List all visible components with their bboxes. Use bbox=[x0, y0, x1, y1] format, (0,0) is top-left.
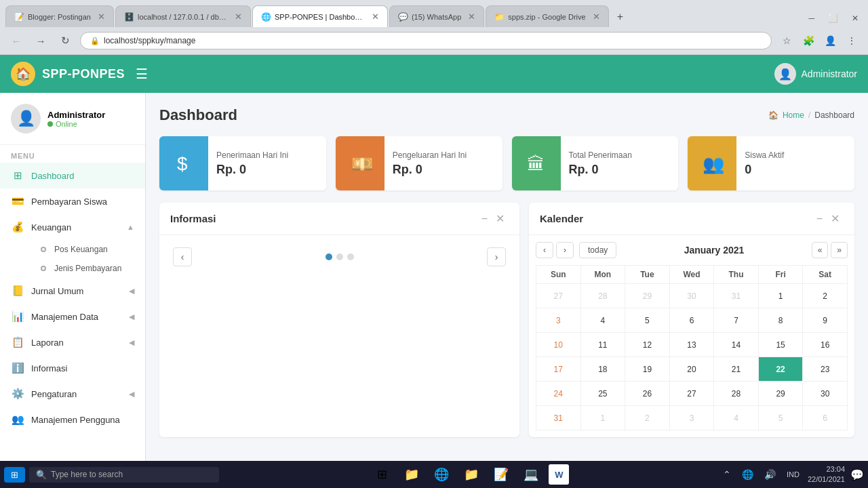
cal-cell-1-5[interactable]: 8 bbox=[758, 308, 803, 333]
cal-cell-1-4[interactable]: 7 bbox=[714, 308, 759, 333]
address-box[interactable]: 🔒 localhost/sppkuy/manage bbox=[80, 32, 772, 49]
cal-cell-0-2[interactable]: 29 bbox=[625, 284, 670, 308]
back-button[interactable]: ← bbox=[7, 31, 26, 50]
cal-cell-1-2[interactable]: 5 bbox=[625, 308, 670, 333]
tab-spp[interactable]: 🌐 SPP-PONPES | Dashboard ✕ bbox=[252, 5, 388, 27]
carousel-prev-button[interactable]: ‹ bbox=[173, 247, 192, 266]
informasi-minimize-button[interactable]: − bbox=[477, 211, 492, 226]
cal-cell-2-0[interactable]: 10 bbox=[536, 333, 581, 357]
cal-cell-3-0[interactable]: 17 bbox=[536, 357, 581, 382]
kalender-minimize-button[interactable]: − bbox=[812, 211, 827, 226]
carousel-dot-3[interactable] bbox=[347, 253, 354, 260]
taskbar-app-vscode[interactable]: 💻 bbox=[519, 462, 543, 487]
cal-cell-5-3[interactable]: 3 bbox=[669, 406, 714, 430]
tray-volume-icon[interactable]: 🔊 bbox=[762, 468, 778, 481]
cal-cell-3-4[interactable]: 21 bbox=[714, 357, 759, 382]
close-button[interactable]: ✕ bbox=[848, 12, 863, 24]
notification-button[interactable]: 💬 bbox=[850, 468, 864, 481]
cal-cell-1-1[interactable]: 4 bbox=[580, 308, 625, 333]
taskbar-app-explorer[interactable]: 📁 bbox=[399, 462, 424, 487]
menu-icon[interactable]: ⋮ bbox=[842, 31, 861, 50]
cal-cell-4-2[interactable]: 26 bbox=[625, 382, 670, 406]
taskbar-app-word[interactable]: W bbox=[549, 464, 569, 485]
cal-today-button[interactable]: today bbox=[579, 242, 616, 258]
cal-cell-2-6[interactable]: 16 bbox=[803, 333, 848, 357]
cal-cell-4-4[interactable]: 28 bbox=[714, 382, 759, 406]
cal-next-button[interactable]: › bbox=[556, 242, 574, 258]
taskbar-app-notepad[interactable]: 📝 bbox=[489, 462, 513, 487]
cal-cell-1-3[interactable]: 6 bbox=[669, 308, 714, 333]
tray-time[interactable]: 23:04 22/01/2021 bbox=[808, 464, 845, 485]
cal-cell-2-1[interactable]: 11 bbox=[580, 333, 625, 357]
taskbar-app-taskview[interactable]: ⊞ bbox=[370, 462, 394, 487]
sidebar-item-laporan[interactable]: 📋 Laporan ◀ bbox=[0, 329, 145, 355]
cal-cell-4-0[interactable]: 24 bbox=[536, 382, 581, 406]
tab-blogger[interactable]: 📝 Blogger: Postingan ✕ bbox=[5, 5, 114, 27]
sidebar-item-jenis-pembayaran[interactable]: Jenis Pembayaran bbox=[22, 259, 145, 278]
sidebar-item-informasi[interactable]: ℹ️ Informasi bbox=[0, 355, 145, 381]
new-tab-button[interactable]: + bbox=[610, 7, 630, 27]
cal-cell-0-6[interactable]: 2 bbox=[803, 284, 848, 308]
informasi-close-button[interactable]: ✕ bbox=[492, 211, 509, 226]
cal-cell-0-1[interactable]: 28 bbox=[580, 284, 625, 308]
tab-close-blogger[interactable]: ✕ bbox=[98, 12, 105, 22]
maximize-button[interactable]: ⬜ bbox=[824, 12, 842, 24]
taskbar-app-files[interactable]: 📁 bbox=[459, 462, 484, 487]
cal-cell-4-6[interactable]: 30 bbox=[803, 382, 848, 406]
sidebar-item-pengaturan[interactable]: ⚙️ Pengaturan ◀ bbox=[0, 381, 145, 407]
sidebar-item-dashboard[interactable]: ⊞ Dashboard bbox=[0, 163, 145, 188]
cal-cell-5-5[interactable]: 5 bbox=[758, 406, 803, 430]
bookmark-star-icon[interactable]: ☆ bbox=[777, 31, 796, 50]
cal-cell-5-4[interactable]: 4 bbox=[714, 406, 759, 430]
tab-whatsapp[interactable]: 💬 (15) WhatsApp ✕ bbox=[389, 5, 484, 27]
cal-cell-2-2[interactable]: 12 bbox=[625, 333, 670, 357]
carousel-dot-2[interactable] bbox=[336, 253, 343, 260]
start-button[interactable]: ⊞ bbox=[4, 467, 25, 483]
cal-cell-1-0[interactable]: 3 bbox=[536, 308, 581, 333]
cal-cell-4-3[interactable]: 27 bbox=[669, 382, 714, 406]
tab-close-drive[interactable]: ✕ bbox=[593, 12, 600, 22]
taskbar-search-bar[interactable]: 🔍 Type here to search bbox=[29, 467, 219, 483]
tray-chevron-icon[interactable]: ⌃ bbox=[720, 468, 734, 481]
cal-cell-3-3[interactable]: 20 bbox=[669, 357, 714, 382]
hamburger-menu-button[interactable]: ☰ bbox=[136, 66, 148, 82]
cal-cell-4-1[interactable]: 25 bbox=[580, 382, 625, 406]
profile-icon[interactable]: 👤 bbox=[821, 31, 840, 50]
extensions-icon[interactable]: 🧩 bbox=[799, 31, 818, 50]
cal-cell-4-5[interactable]: 29 bbox=[758, 382, 803, 406]
tab-close-wa[interactable]: ✕ bbox=[468, 12, 475, 22]
sidebar-item-manajemen-pengguna[interactable]: 👥 Manajemen Pengguna bbox=[0, 407, 145, 432]
cal-cell-2-5[interactable]: 15 bbox=[758, 333, 803, 357]
kalender-close-button[interactable]: ✕ bbox=[827, 211, 844, 226]
cal-cell-0-3[interactable]: 30 bbox=[669, 284, 714, 308]
cal-cell-0-5[interactable]: 1 bbox=[758, 284, 803, 308]
tab-drive[interactable]: 📁 spps.zip - Google Drive ✕ bbox=[486, 5, 608, 27]
sidebar-item-pembayaran-siswa[interactable]: 💳 Pembayaran Siswa bbox=[0, 188, 145, 214]
tab-close-db[interactable]: ✕ bbox=[235, 12, 242, 22]
cal-cell-3-6[interactable]: 23 bbox=[803, 357, 848, 382]
taskbar-app-chrome[interactable]: 🌐 bbox=[429, 462, 454, 487]
cal-cell-5-2[interactable]: 2 bbox=[625, 406, 670, 430]
cal-cell-0-0[interactable]: 27 bbox=[536, 284, 581, 308]
tab-close-spp[interactable]: ✕ bbox=[372, 12, 379, 22]
cal-cell-0-4[interactable]: 31 bbox=[714, 284, 759, 308]
cal-fast-next-button[interactable]: » bbox=[831, 242, 848, 258]
cal-cell-3-1[interactable]: 18 bbox=[580, 357, 625, 382]
tab-db[interactable]: 🗄️ localhost / 127.0.0.1 / db_sppi... ✕ bbox=[115, 5, 251, 27]
minimize-button[interactable]: ─ bbox=[804, 12, 818, 24]
cal-cell-1-6[interactable]: 9 bbox=[803, 308, 848, 333]
tray-lang-icon[interactable]: IND bbox=[784, 469, 802, 480]
breadcrumb-home-link[interactable]: Home bbox=[783, 110, 804, 120]
cal-cell-5-0[interactable]: 31 bbox=[536, 406, 581, 430]
cal-cell-3-5[interactable]: 22 bbox=[758, 357, 803, 382]
sidebar-item-keuangan[interactable]: 💰 Keuangan ▲ bbox=[0, 214, 145, 240]
cal-cell-5-1[interactable]: 1 bbox=[580, 406, 625, 430]
cal-prev-button[interactable]: ‹ bbox=[536, 242, 553, 258]
carousel-next-button[interactable]: › bbox=[487, 247, 506, 266]
tray-network-icon[interactable]: 🌐 bbox=[739, 468, 756, 481]
cal-cell-2-4[interactable]: 14 bbox=[714, 333, 759, 357]
forward-button[interactable]: → bbox=[31, 31, 50, 50]
sidebar-item-pos-keuangan[interactable]: Pos Keuangan bbox=[22, 240, 145, 259]
reload-button[interactable]: ↻ bbox=[56, 31, 75, 50]
cal-cell-3-2[interactable]: 19 bbox=[625, 357, 670, 382]
